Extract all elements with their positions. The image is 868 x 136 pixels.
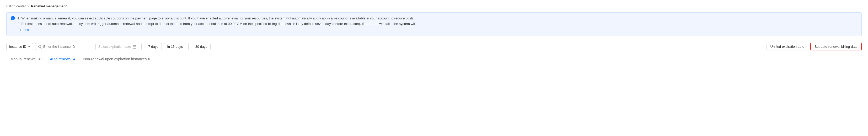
instance-id-dropdown[interactable]: Instance ID <box>6 43 33 50</box>
date-placeholder: Select expiration date <box>98 45 131 49</box>
search-icon <box>38 45 42 49</box>
tab-auto-renewal-label: Auto-renewal <box>50 57 71 61</box>
breadcrumb-separator: > <box>27 4 29 8</box>
tab-auto-renewal-count: 4 <box>73 57 75 61</box>
unified-expiration-date-button[interactable]: Unified expiration date <box>767 43 808 50</box>
search-input[interactable] <box>43 45 90 49</box>
svg-rect-2 <box>133 46 136 48</box>
breadcrumb: Billing center > Renewal management <box>6 4 862 8</box>
tab-manual-renewal-label: Manual renewal <box>10 57 36 61</box>
breadcrumb-current: Renewal management <box>31 4 67 8</box>
filter-15-days-button[interactable]: in 15 days <box>164 43 186 50</box>
date-picker[interactable]: Select expiration date <box>95 43 139 50</box>
instance-id-label: Instance ID <box>9 45 27 49</box>
calendar-icon <box>133 45 136 49</box>
search-box <box>35 43 93 50</box>
filter-7-days-button[interactable]: in 7 days <box>141 43 162 50</box>
tab-non-renewal-count: 0 <box>148 57 150 61</box>
tab-manual-renewal-count: 38 <box>38 57 41 61</box>
info-content: 1. When making a manual renewal, you can… <box>18 16 415 32</box>
tab-manual-renewal[interactable]: Manual renewal 38 <box>6 54 45 64</box>
info-line-2: 2. For instances set to auto-renewal, th… <box>18 21 415 27</box>
info-line-1: 1. When making a manual renewal, you can… <box>18 16 415 21</box>
filter-bar: Instance ID Select expiration date in 7 … <box>6 40 862 53</box>
svg-line-1 <box>40 47 41 48</box>
expand-link[interactable]: Expand <box>18 27 415 33</box>
info-icon: i <box>11 16 15 20</box>
breadcrumb-parent[interactable]: Billing center <box>6 4 26 8</box>
tab-non-renewal[interactable]: Non-renewal upon expiration instances 0 <box>79 54 154 64</box>
chevron-down-icon <box>28 46 30 47</box>
filter-30-days-button[interactable]: in 30 days <box>188 43 211 50</box>
tab-non-renewal-label: Non-renewal upon expiration instances <box>83 57 147 61</box>
tabs-bar: Manual renewal 38 Auto-renewal 4 Non-ren… <box>6 54 862 64</box>
info-banner: i 1. When making a manual renewal, you c… <box>6 12 862 36</box>
set-auto-renewal-billing-date-button[interactable]: Set auto-renewal billing date <box>810 43 862 50</box>
tab-auto-renewal[interactable]: Auto-renewal 4 <box>45 54 79 64</box>
